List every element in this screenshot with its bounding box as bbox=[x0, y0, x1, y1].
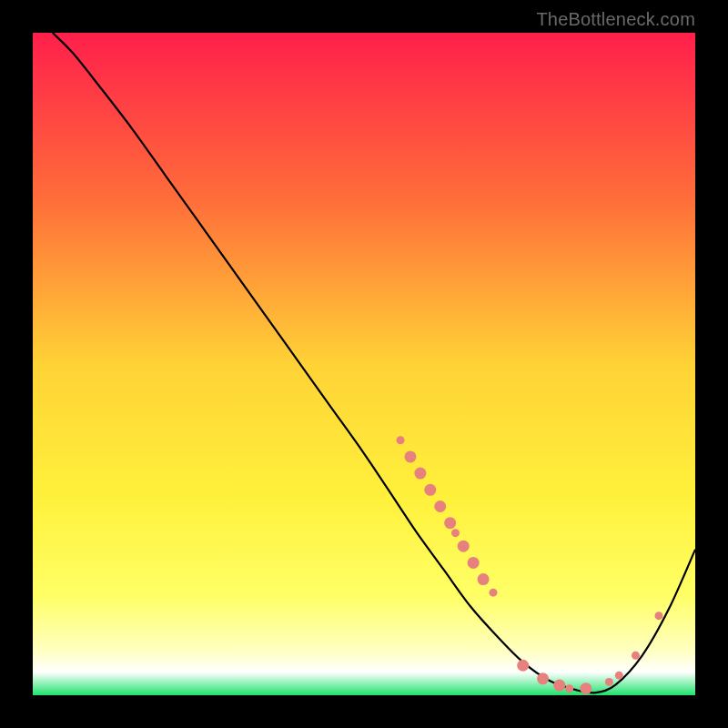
bottleneck-chart bbox=[33, 33, 695, 695]
marker-point bbox=[451, 529, 460, 537]
marker-point bbox=[605, 678, 613, 686]
marker-point bbox=[489, 589, 497, 597]
marker-point bbox=[424, 484, 436, 496]
attribution-text: TheBottleneck.com bbox=[536, 9, 695, 30]
marker-point bbox=[397, 436, 405, 444]
chart-frame bbox=[33, 33, 695, 695]
marker-point bbox=[478, 573, 490, 585]
marker-point bbox=[565, 684, 573, 693]
marker-point bbox=[458, 541, 470, 552]
marker-point bbox=[654, 612, 662, 620]
marker-point bbox=[414, 468, 426, 480]
marker-point bbox=[404, 450, 416, 462]
marker-point bbox=[580, 682, 592, 694]
marker-point bbox=[434, 500, 446, 512]
marker-point bbox=[537, 672, 549, 684]
marker-point bbox=[615, 672, 623, 680]
marker-point bbox=[444, 517, 456, 529]
marker-point bbox=[632, 652, 640, 660]
chart-background bbox=[33, 33, 695, 695]
marker-point bbox=[468, 557, 480, 569]
marker-point bbox=[553, 680, 565, 692]
marker-point bbox=[517, 660, 529, 672]
